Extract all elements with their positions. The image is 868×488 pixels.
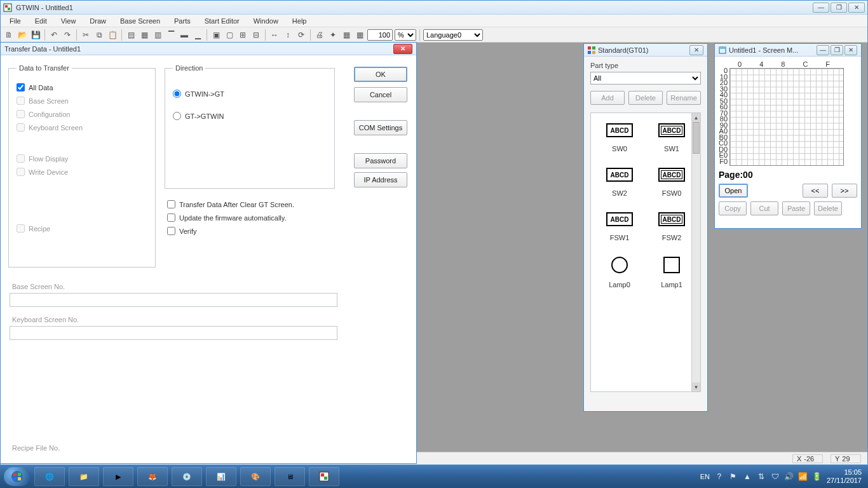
screen-manager-minimize-button[interactable]: — [817,45,829,55]
menu-start-editor[interactable]: Start Editor [198,16,246,26]
toolbar-undo-icon[interactable]: ↶ [48,29,60,41]
tray-battery-icon[interactable]: 🔋 [813,472,822,481]
minimize-button[interactable]: — [813,3,829,13]
base-screen-checkbox[interactable] [17,97,25,105]
screen-copy-button[interactable]: Copy [719,201,747,215]
clear-screen-row[interactable]: Transfer Data After Clear GT Screen. [167,200,294,208]
taskbar-item-gtwin[interactable] [309,467,339,486]
start-button[interactable] [4,467,31,486]
palette-item[interactable]: ABCDSW1 [646,118,698,163]
screen-paste-button[interactable]: Paste [782,201,810,215]
palette-titlebar[interactable]: Standard(GT01) ✕ [584,44,707,57]
zoom-input[interactable] [367,29,393,41]
palette-item[interactable]: ABCDFSW0 [646,163,698,207]
tray-help-icon[interactable]: ? [715,472,724,481]
screen-prev-button[interactable]: << [803,184,828,198]
zoom-unit-select[interactable]: % [395,29,416,41]
menu-parts[interactable]: Parts [168,16,197,26]
toolbar-back-icon[interactable]: ▢ [224,29,235,41]
toolbar-cut-icon[interactable]: ✂ [80,29,92,41]
base-screen-row[interactable]: Base Screen [17,97,147,105]
direction-gt-gtwin-radio[interactable] [173,112,181,120]
all-data-row[interactable]: All Data [17,83,147,92]
screen-cut-button[interactable]: Cut [750,201,778,215]
toolbar-flip-v-icon[interactable]: ↕ [282,29,294,41]
tray-wifi-icon[interactable]: 📶 [799,472,808,481]
palette-item[interactable]: Lamp0 [593,252,646,299]
part-type-select[interactable]: All [590,72,701,85]
direction-gtwin-gt-radio[interactable] [173,90,181,98]
firmware-checkbox[interactable] [167,214,175,222]
toolbar-save-icon[interactable]: 💾 [30,29,41,41]
screen-delete-button[interactable]: Delete [814,201,842,215]
taskbar-item-explorer[interactable]: 📁 [69,467,99,486]
tray-lang-indicator[interactable]: EN [700,473,710,480]
screen-manager-close-button[interactable]: ✕ [844,45,857,55]
toolbar-align-bottom-icon[interactable]: ▁ [192,29,203,41]
taskbar-item-app2[interactable]: 🖥 [275,467,305,486]
tray-shield-icon[interactable]: 🛡 [771,472,780,481]
recipe-row[interactable]: Recipe [17,224,147,233]
toolbar-grid2-icon[interactable]: ▦ [354,29,365,41]
direction-gt-gtwin-row[interactable]: GT->GTWIN [173,112,327,120]
ok-button[interactable]: OK [354,67,407,82]
tray-chevron-up-icon[interactable]: ▲ [743,472,752,481]
screen-manager-titlebar[interactable]: Untitled1 - Screen M... — ❐ ✕ [715,44,861,57]
com-settings-button[interactable]: COM Settings [354,120,407,135]
screen-grid[interactable] [729,68,844,166]
flow-display-row[interactable]: Flow Display [17,154,147,163]
toolbar-align-top-icon[interactable]: ▔ [165,29,177,41]
toolbar-ungroup-icon[interactable]: ⊟ [250,29,262,41]
write-device-checkbox[interactable] [17,168,25,176]
toolbar-front-icon[interactable]: ▣ [210,29,222,41]
toolbar-flip-h-icon[interactable]: ↔ [269,29,280,41]
configuration-row[interactable]: Configuration [17,110,147,118]
palette-close-button[interactable]: ✕ [689,45,703,55]
menu-help[interactable]: Help [286,16,313,26]
menu-window[interactable]: Window [247,16,285,26]
screen-open-button[interactable]: Open [719,184,748,198]
screen-manager-maximize-button[interactable]: ❐ [831,45,843,55]
taskbar-item-app1[interactable]: 💿 [172,467,202,486]
close-button[interactable]: ✕ [848,3,865,13]
direction-gtwin-gt-row[interactable]: GTWIN->GT [173,90,327,98]
language-select[interactable]: Language0 [423,29,483,41]
toolbar-rotate-icon[interactable]: ⟳ [295,29,307,41]
tray-flag-icon[interactable]: ⚑ [729,472,738,481]
tray-volume-icon[interactable]: 🔊 [785,472,794,481]
toolbar-snap-icon[interactable]: ✦ [327,29,339,41]
toolbar-align-left-icon[interactable]: ▤ [125,29,137,41]
recipe-checkbox[interactable] [17,224,25,233]
keyboard-screen-row[interactable]: Keyboard Screen [17,123,147,132]
taskbar-item-paint[interactable]: 🎨 [240,467,271,486]
toolbar-print-icon[interactable]: 🖨 [314,29,325,41]
toolbar-grid-icon[interactable]: ▦ [341,29,352,41]
scroll-down-arrow-icon[interactable]: ▼ [692,383,700,391]
flow-display-checkbox[interactable] [17,154,25,163]
menu-base-screen[interactable]: Base Screen [114,16,166,26]
toolbar-copy-icon[interactable]: ⧉ [93,29,105,41]
dialog-close-button[interactable]: ✕ [393,44,412,54]
menu-file[interactable]: File [3,16,27,26]
main-titlebar[interactable]: GTWIN - Untitled1 — ❐ ✕ [1,1,867,15]
toolbar-group-icon[interactable]: ⊞ [237,29,248,41]
keyboard-screen-checkbox[interactable] [17,123,25,132]
palette-item[interactable]: ABCDFSW2 [646,207,698,252]
toolbar-open-icon[interactable]: 📂 [17,29,28,41]
palette-item[interactable]: ABCDFSW1 [593,207,646,252]
dialog-titlebar[interactable]: Transfer Data - Untitled1 ✕ [1,43,416,55]
configuration-checkbox[interactable] [17,110,25,118]
menu-edit[interactable]: Edit [29,16,53,26]
taskbar-item-ie[interactable]: 🌐 [34,467,65,486]
scroll-thumb[interactable] [693,122,700,154]
menu-draw[interactable]: Draw [83,16,112,26]
clear-screen-checkbox[interactable] [167,200,175,208]
toolbar-align-middle-icon[interactable]: ▬ [179,29,190,41]
ip-address-button[interactable]: IP Address [354,172,407,187]
toolbar-redo-icon[interactable]: ↷ [62,29,73,41]
toolbar-align-center-icon[interactable]: ▦ [139,29,150,41]
screen-next-button[interactable]: >> [832,184,857,198]
taskbar-item-excel[interactable]: 📊 [206,467,236,486]
toolbar-paste-icon[interactable]: 📋 [107,29,118,41]
palette-rename-button[interactable]: Rename [667,91,701,105]
